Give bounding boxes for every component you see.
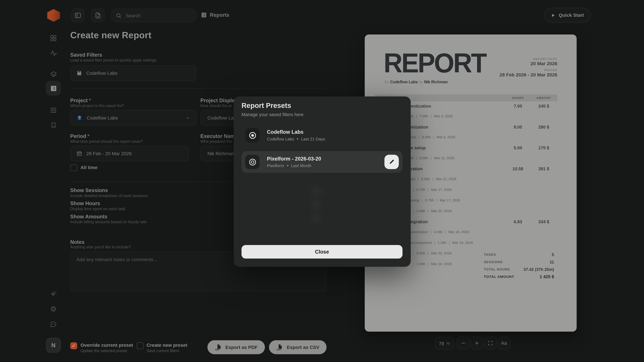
task-amount: 391 $ xyxy=(530,166,558,171)
task-amount: 175 $ xyxy=(530,145,558,150)
task-amount: 334 $ xyxy=(530,219,558,224)
sidebar-item-projects[interactable] xyxy=(50,70,57,78)
option-description: Include billing amounts based on hourly … xyxy=(70,220,148,224)
task-hours: 8.00 xyxy=(506,124,530,129)
zoom-out-button[interactable] xyxy=(457,337,470,350)
file-plus-icon xyxy=(94,12,102,19)
options-list: Show Sessions Include detailed breakdown… xyxy=(70,188,148,227)
report-date-value: 20 Mar 2026 xyxy=(500,61,557,66)
quick-start-button[interactable]: Quick Start xyxy=(544,8,591,23)
plus-icon xyxy=(474,340,480,346)
activity-icon xyxy=(50,49,57,57)
bookmark-icon xyxy=(50,122,57,129)
period-label: Period* xyxy=(70,133,90,139)
task-hours: 5.00 xyxy=(506,145,530,150)
period-description: What time period should the report cover… xyxy=(70,139,143,144)
receipt-icon xyxy=(50,107,57,114)
edit-preset-button[interactable] xyxy=(384,155,399,169)
text-size-button[interactable]: Aa xyxy=(498,337,510,350)
task-hours: 7.00 xyxy=(506,103,530,108)
override-preset-description: Update the selected preset xyxy=(80,349,127,353)
create-preset-label: Create new preset xyxy=(146,343,187,348)
sidebar-item-bookmarks[interactable] xyxy=(50,121,57,129)
report-date-label: REPORT DATE xyxy=(500,57,557,60)
session-name: rk xyxy=(411,114,414,118)
override-preset-checkbox[interactable] xyxy=(70,342,77,349)
option-label: Show Hours xyxy=(70,201,148,206)
session-hours: 0.75h xyxy=(416,188,425,192)
zoom-level-input[interactable]: 79 % xyxy=(435,337,454,350)
fullscreen-button[interactable] xyxy=(484,337,497,350)
create-preset-checkbox[interactable] xyxy=(137,342,144,349)
play-icon xyxy=(551,13,556,17)
report-option: Show Amounts Include billing amounts bas… xyxy=(70,214,148,227)
task-hours: 6.83 xyxy=(506,219,530,224)
report-option: Show Sessions Include detailed breakdown… xyxy=(70,188,148,201)
total-label: TASKS xyxy=(484,253,496,256)
app-root: Reports Quick Start ⚙ N Create new Repor… xyxy=(0,0,644,362)
dot-separator xyxy=(287,165,288,166)
sidebar-item-reports-active[interactable] xyxy=(46,81,61,95)
total-row: TOTAL HOURS 37.42 (37h 25m) xyxy=(484,266,554,273)
pdf-file-icon: PDF xyxy=(215,344,222,351)
sidebar-item-feedback[interactable] xyxy=(50,321,57,328)
sidebar-item-ai[interactable] xyxy=(50,290,57,298)
reports-icon xyxy=(201,12,207,18)
session-date: Mar 12, 2026 xyxy=(436,177,456,181)
option-description: Display time spent on each task xyxy=(70,206,148,211)
session-hours: 0.50h xyxy=(416,251,425,255)
pencil-icon xyxy=(388,159,395,165)
toggle-sidebar-button[interactable] xyxy=(71,8,85,22)
fullscreen-icon xyxy=(488,340,493,346)
session-date: Mar 20, 2026 xyxy=(431,209,452,213)
zoom-in-button[interactable] xyxy=(470,337,483,350)
sparkles-icon xyxy=(50,290,57,298)
session-hours: 4.08h xyxy=(416,209,425,213)
required-asterisk: * xyxy=(88,133,90,139)
preset-row[interactable]: Pixelform - 2026-03-20 Pixelform Last Mo… xyxy=(242,151,402,173)
page-title: Reports xyxy=(210,12,229,18)
app-logo[interactable] xyxy=(47,9,60,22)
session-hours: 4.00h xyxy=(434,230,442,234)
ghost-dot xyxy=(310,186,322,197)
sidebar-item-invoices[interactable] xyxy=(50,107,57,114)
layers-icon xyxy=(50,70,57,78)
session-hours: 1.00h xyxy=(416,262,425,266)
all-time-checkbox[interactable] xyxy=(70,164,77,171)
session-date: Mar 5, 2026 xyxy=(436,135,455,139)
close-modal-button[interactable]: Close xyxy=(242,245,402,259)
search-bar[interactable] xyxy=(110,8,197,22)
saved-filters-label: Saved Filters xyxy=(70,52,102,58)
export-csv-button[interactable]: CSV Export as CSV xyxy=(269,340,326,354)
period-picker-button[interactable]: 28 Feb - 20 Mar 2026 xyxy=(70,146,189,161)
notes-description: Anything else you'd like to include? xyxy=(70,245,131,249)
option-label: Show Sessions xyxy=(70,188,148,193)
preset-name: Codeflow Labs xyxy=(267,129,325,135)
preset-row[interactable]: Codeflow Labs Codeflow Labs Last 21 Days xyxy=(242,124,402,146)
form-title: Create new Report xyxy=(70,30,152,41)
new-report-button[interactable] xyxy=(91,8,105,22)
session-date: Mar 17, 2026 xyxy=(440,198,460,202)
modal-subtitle: Manage your saved filters here xyxy=(242,112,304,117)
report-option: Show Hours Display time spent on each ta… xyxy=(70,201,148,214)
report-totals: TASKS 5 SESSIONS 11 TOTAL HOURS 37.42 (3… xyxy=(484,251,554,280)
sidebar-item-dashboard[interactable] xyxy=(50,34,57,42)
gear-icon: ⚙ xyxy=(50,305,57,313)
saved-preset-button[interactable]: Codeflow Labs xyxy=(70,65,196,81)
task-hours: 10.58 xyxy=(506,166,530,171)
period-value: 28 Feb 2026 - 20 Mar 2026 xyxy=(500,72,557,77)
floppy-disk-icon xyxy=(76,70,82,76)
project-label: Project* xyxy=(70,98,91,103)
export-pdf-button[interactable]: PDF Export as PDF xyxy=(208,340,265,354)
session-date: Mar 19, 2026 xyxy=(452,241,473,245)
sidebar-item-activity[interactable] xyxy=(50,49,57,57)
ghost-dot xyxy=(310,199,322,211)
project-select[interactable]: Codeflow Labs xyxy=(70,110,196,125)
total-row: SESSIONS 11 xyxy=(484,258,554,266)
preset-info: Pixelform - 2026-03-20 Pixelform Last Mo… xyxy=(267,156,321,168)
sidebar-item-settings[interactable]: ⚙ xyxy=(50,305,57,313)
all-time-label: All time xyxy=(80,165,98,170)
search-input[interactable] xyxy=(125,12,191,18)
user-avatar[interactable]: N xyxy=(46,338,61,353)
total-value: 1 425 $ xyxy=(540,274,554,279)
